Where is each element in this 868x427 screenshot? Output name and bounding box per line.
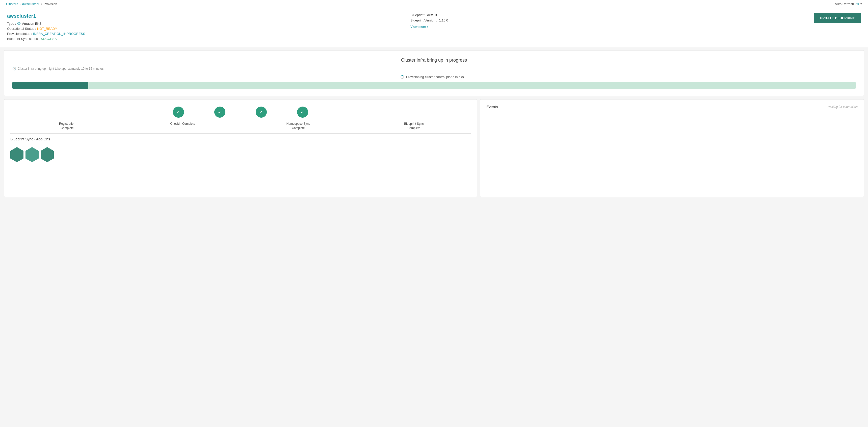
provision-label: Provision status : [7, 32, 32, 36]
progress-bar-container [12, 82, 856, 89]
blueprint-name-row: Blueprint : default [410, 13, 804, 17]
blueprint-info: Blueprint : default Blueprint Version : … [400, 13, 814, 29]
auto-refresh[interactable]: Auto Refresh 5s ▾ [835, 2, 862, 6]
chevron-down-icon: ▾ [861, 2, 862, 5]
steps-row: ✓ ✓ ✓ ✓ [10, 106, 471, 118]
cluster-details-left: awscluster1 Type : Amazon EKS Operationa… [7, 13, 400, 42]
breadcrumb-sep1: › [20, 2, 21, 6]
progress-title: Cluster infra bring up in progress [12, 58, 856, 63]
chevron-right-icon: › [427, 25, 428, 29]
progress-status-text: Provisioning cluster control plane in ek… [406, 75, 467, 79]
breadcrumb-cluster[interactable]: awscluster1 [22, 2, 40, 6]
step-line-2 [225, 112, 256, 112]
bottom-section: ✓ ✓ ✓ ✓ Registration Complete CheckIn Co… [4, 99, 864, 197]
breadcrumb-clusters[interactable]: Clusters [6, 2, 18, 6]
blueprint-version-label: Blueprint Version : [410, 19, 437, 22]
provision-value: INFRA_CREATION_INPROGRESS [33, 32, 85, 36]
steps-labels: Registration Complete CheckIn Complete N… [10, 122, 471, 130]
operational-label: Operational Status : [7, 27, 36, 31]
cluster-name: awscluster1 [7, 13, 400, 19]
update-blueprint-button[interactable]: UPDATE BLUEPRINT [814, 13, 861, 23]
events-title: Events [486, 104, 498, 109]
addon-hex-2 [26, 147, 39, 162]
step-label-1: Registration Complete [55, 122, 80, 130]
eks-icon [17, 22, 21, 26]
events-panel: Events ...waiting for connection [480, 99, 864, 197]
addon-hex-1 [10, 147, 24, 162]
spinner-icon [401, 75, 404, 79]
blueprint-sync-label: Blueprint Sync status [7, 37, 38, 41]
provision-row: Provision status : INFRA_CREATION_INPROG… [7, 32, 400, 36]
progress-panel: Cluster infra bring up in progress 🕐 Clu… [4, 50, 864, 96]
steps-panel: ✓ ✓ ✓ ✓ Registration Complete CheckIn Co… [4, 99, 477, 197]
breadcrumb-sep2: › [41, 2, 42, 6]
auto-refresh-label: Auto Refresh [835, 2, 854, 6]
progress-bar-fill [12, 82, 88, 89]
hexagons-row [10, 145, 471, 164]
step-circle-1: ✓ [173, 106, 184, 118]
events-content [486, 116, 858, 192]
step-label-2: CheckIn Complete [170, 122, 195, 126]
step-circle-3: ✓ [256, 106, 267, 118]
step-line-1 [184, 112, 214, 112]
events-header: Events ...waiting for connection [486, 104, 858, 112]
operational-value: NOT_READY [37, 27, 57, 31]
blueprint-value: default [427, 13, 437, 17]
breadcrumb: Clusters › awscluster1 › Provision [6, 2, 57, 6]
step-line-3 [267, 112, 297, 112]
breadcrumb-page: Provision [44, 2, 57, 6]
type-label: Type : [7, 22, 16, 26]
clock-icon: 🕐 [12, 67, 16, 70]
progress-status: Provisioning cluster control plane in ek… [12, 75, 856, 79]
step-label-4: Blueprint Sync Complete [401, 122, 427, 130]
blueprint-label: Blueprint : [410, 13, 425, 17]
blueprint-sync-value: SUCCESS [41, 37, 57, 41]
operational-row: Operational Status : NOT_READY [7, 27, 400, 31]
type-row: Type : Amazon EKS [7, 22, 400, 26]
addon-hex-3 [41, 147, 54, 162]
auto-refresh-interval: 5s [856, 2, 859, 6]
blueprint-version-value: 1.15.0 [439, 19, 448, 22]
view-more-text: View more [410, 25, 426, 29]
progress-subtitle: 🕐 Cluster infra bring up might take appr… [12, 67, 856, 70]
update-button-container: UPDATE BLUEPRINT [814, 13, 861, 23]
step-circle-2: ✓ [214, 106, 225, 118]
addons-section: Blueprint Sync - Add-Ons [10, 133, 471, 164]
blueprint-version-row: Blueprint Version : 1.15.0 [410, 19, 804, 22]
view-more-link[interactable]: View more › [410, 25, 428, 29]
progress-subtitle-text: Cluster infra bring up might take approx… [18, 67, 103, 70]
step-label-3: Namespace Sync Complete [286, 122, 311, 130]
blueprint-sync-row: Blueprint Sync status SUCCESS [7, 37, 400, 41]
type-value: Amazon EKS [22, 22, 41, 26]
top-bar: Clusters › awscluster1 › Provision Auto … [0, 0, 868, 8]
step-circle-4: ✓ [297, 106, 308, 118]
events-status: ...waiting for connection [826, 105, 858, 109]
cluster-info-panel: awscluster1 Type : Amazon EKS Operationa… [0, 8, 868, 47]
addons-title: Blueprint Sync - Add-Ons [10, 137, 471, 141]
